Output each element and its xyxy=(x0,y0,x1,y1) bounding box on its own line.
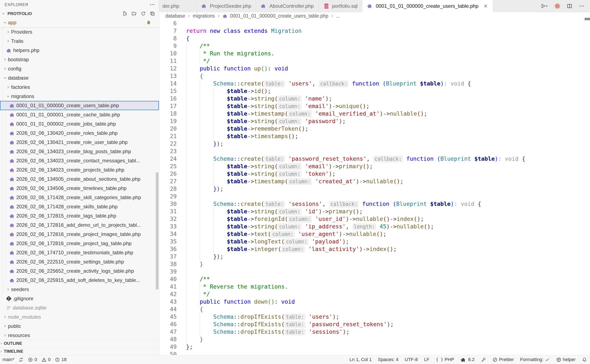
new-file-button[interactable] xyxy=(122,11,128,16)
breadcrumb-item[interactable]: 0001_01_01_000000_create_users_table.php xyxy=(223,13,328,19)
status-sync-button[interactable] xyxy=(18,357,24,362)
tab-projectseeder.php[interactable]: ProjectSeeder.php xyxy=(197,0,256,12)
sidebar-folder-app[interactable]: app xyxy=(0,18,159,27)
status-problems-warnings[interactable]: 0 xyxy=(41,357,51,362)
tab-der.php[interactable]: der.php xyxy=(159,0,197,12)
file-label: config xyxy=(8,66,21,72)
sidebar-scrollbar[interactable] xyxy=(156,172,158,289)
status-bar: main*0018 Ln 1, Col 1Spaces: 4UTF-8LF{ }… xyxy=(0,355,590,364)
sidebar-file-2026_02_06_171428_create_skill_categories_table.php[interactable]: 2026_02_06_171428_create_skill_categorie… xyxy=(0,193,159,202)
collapse-folders-button[interactable] xyxy=(150,11,155,16)
chevron-right-icon xyxy=(6,30,10,34)
status-language-mode[interactable]: { }PHP xyxy=(436,357,454,362)
code-editor[interactable]: 67return new class extends Migration8{9 … xyxy=(159,20,590,355)
sidebar-file-2026_02_06_172815_create_tags_table.php[interactable]: 2026_02_06_172815_create_tags_table.php xyxy=(0,211,159,221)
sidebar-folder-node_modules[interactable]: node_modules xyxy=(0,312,159,322)
laravel-extension-button[interactable] xyxy=(554,3,560,9)
status-cursor-position[interactable]: Ln 1, Col 1 xyxy=(350,357,372,362)
sidebar-file-0001_01_01_000000_create_users_table.php[interactable]: 0001_01_01_000000_create_users_table.php xyxy=(0,101,159,110)
tab-aboutcontroller.php[interactable]: AboutController.php xyxy=(256,0,318,12)
tab-0001_01_01_000000_create_users_table.php[interactable]: 0001_01_01_000000_create_users_table.php xyxy=(362,0,493,12)
sidebar-file-2026_02_06_134023_create_projects_table.php[interactable]: 2026_02_06_134023_create_projects_table.… xyxy=(0,165,159,175)
sidebar-file-2026_02_06_134505_create_about_sections_table.php[interactable]: 2026_02_06_134505_create_about_sections_… xyxy=(0,175,159,184)
sidebar-file-helpers.php[interactable]: helpers.php xyxy=(0,46,159,55)
sidebar-file-2026_02_06_222510_create_settings_table.php[interactable]: 2026_02_06_222510_create_settings_table.… xyxy=(0,257,159,266)
sidebar-file-database.sqlite[interactable]: database.sqlite xyxy=(0,303,159,312)
sidebar-file-2026_02_06_225915_add_soft_deletes_to_key_table...[interactable]: 2026_02_06_225915_add_soft_deletes_to_ke… xyxy=(0,276,159,285)
status-helper-extension[interactable]: helper xyxy=(556,357,576,362)
file-label: 2026_02_06_172816_create_project_tag_tab… xyxy=(16,240,131,246)
sidebar-folder-migrations[interactable]: migrations xyxy=(0,92,159,101)
new-folder-button[interactable] xyxy=(131,11,137,16)
sidebar-file-.gitignore[interactable]: .gitignore xyxy=(0,294,159,303)
sidebar-folder-resources[interactable]: resources xyxy=(0,331,159,340)
chevron-right-icon xyxy=(0,350,3,353)
refresh-explorer-button[interactable] xyxy=(140,11,146,16)
breadcrumb-item[interactable]: database xyxy=(165,13,185,19)
breadcrumb-separator-icon xyxy=(216,14,221,18)
sidebar-folder-providers[interactable]: Providers xyxy=(0,27,159,37)
sidebar-file-2026_02_06_130420_create_roles_table.php[interactable]: 2026_02_06_130420_create_roles_table.php xyxy=(0,129,159,138)
status-label: main* xyxy=(2,357,14,362)
breadcrumb-item[interactable]: ... xyxy=(336,13,340,19)
outline-section[interactable]: OUTLINE xyxy=(0,339,159,347)
sidebar-file-2026_02_06_134023_create_blog_posts_table.php[interactable]: 2026_02_06_134023_create_blog_posts_tabl… xyxy=(0,147,159,156)
code-line-32: 32 $table->foreignId(column: 'user_id')-… xyxy=(159,215,590,223)
file-label: 2026_02_06_222510_create_settings_table.… xyxy=(16,259,124,265)
status-prettier[interactable]: Prettier xyxy=(492,357,514,362)
status-problems-errors[interactable]: 0 xyxy=(28,357,37,362)
sidebar-file-2026_02_06_172816_create_project_images_table.php[interactable]: 2026_02_06_172816_create_project_images_… xyxy=(0,230,159,239)
php-file-icon xyxy=(9,167,15,172)
status-php-version[interactable]: 8.2 xyxy=(460,357,475,362)
sidebar-file-2026_02_06_174710_create_testimonials_table.php[interactable]: 2026_02_06_174710_create_testimonials_ta… xyxy=(0,248,159,257)
status-label: Spaces: 4 xyxy=(378,357,399,362)
php-file-icon xyxy=(9,222,15,228)
status-indentation[interactable]: Spaces: 4 xyxy=(378,357,399,362)
sidebar-file-2026_02_06_172816_create_project_tag_table.php[interactable]: 2026_02_06_172816_create_project_tag_tab… xyxy=(0,239,159,248)
status-notifications-bell[interactable] xyxy=(582,357,587,362)
php-file-icon xyxy=(9,259,15,264)
line-number: 22 xyxy=(159,140,177,148)
editor-more-actions-button[interactable] xyxy=(579,3,584,9)
file-label: 2026_02_06_171428_create_skill_categorie… xyxy=(16,195,141,200)
run-or-debug-button[interactable] xyxy=(540,3,548,9)
timeline-section[interactable]: TIMELINE xyxy=(0,347,159,355)
sidebar-folder-factories[interactable]: factories xyxy=(0,83,159,92)
project-section-header[interactable]: PROTFOLIO xyxy=(0,9,159,18)
sidebar-file-2026_02_06_225652_create_activity_logs_table.php[interactable]: 2026_02_06_225652_create_activity_logs_t… xyxy=(0,266,159,276)
sidebar-file-2026_02_06_171428_create_skills_table.php[interactable]: 2026_02_06_171428_create_skills_table.ph… xyxy=(0,202,159,211)
status-eol-sequence[interactable]: LF xyxy=(424,357,429,362)
views-more-actions-icon[interactable] xyxy=(149,2,155,7)
sidebar-folder-bootstrap[interactable]: bootstrap xyxy=(0,55,159,64)
status-intelephense-key[interactable] xyxy=(481,357,486,362)
sidebar-folder-seeders[interactable]: seeders xyxy=(0,285,159,294)
sidebar-folder-database[interactable]: database xyxy=(0,73,159,83)
sidebar-file-2026_02_06_172816_add_demo_url_to_projects_tabl...[interactable]: 2026_02_06_172816_add_demo_url_to_projec… xyxy=(0,221,159,230)
status-encoding[interactable]: UTF-8 xyxy=(405,357,418,362)
sidebar-file-2026_02_06_130421_create_role_user_table.php[interactable]: 2026_02_06_130421_create_role_user_table… xyxy=(0,138,159,147)
sidebar-file-2026_02_06_134023_create_contact_messages_tabl...[interactable]: 2026_02_06_134023_create_contact_message… xyxy=(0,156,159,165)
sidebar-folder-public[interactable]: public xyxy=(0,322,159,331)
php-file-icon xyxy=(9,250,15,255)
breadcrumb-separator-icon xyxy=(330,14,334,18)
sidebar-file-2026_02_06_134506_create_timelines_table.php[interactable]: 2026_02_06_134506_create_timelines_table… xyxy=(0,184,159,193)
sidebar-file-0001_01_01_000002_create_jobs_table.php[interactable]: 0001_01_01_000002_create_jobs_table.php xyxy=(0,119,159,129)
editor-scrollbar-track xyxy=(584,20,585,355)
sidebar-folder-config[interactable]: config xyxy=(0,64,159,73)
file-label: resources xyxy=(8,332,30,338)
file-label: migrations xyxy=(11,93,34,99)
file-label: 0001_01_01_000001_create_cache_table.php xyxy=(16,112,120,118)
status-label: 18 xyxy=(61,357,66,362)
bell-icon xyxy=(582,357,587,362)
sidebar-folder-traits[interactable]: Traits xyxy=(0,37,159,46)
key-icon xyxy=(481,357,486,362)
breadcrumb-item[interactable]: migrations xyxy=(193,13,215,19)
split-editor-button[interactable] xyxy=(567,3,572,9)
editor-scrollbar-thumb[interactable] xyxy=(584,18,590,20)
status-problems-info[interactable]: 18 xyxy=(55,357,66,362)
status-formatting[interactable]: Formatting: xyxy=(520,357,550,362)
status-branch-indicator[interactable]: main* xyxy=(2,357,14,362)
sidebar-file-0001_01_01_000001_create_cache_table.php[interactable]: 0001_01_01_000001_create_cache_table.php xyxy=(0,110,159,119)
close-icon[interactable] xyxy=(483,3,488,9)
tab-portfolio.sql[interactable]: portfolio.sql xyxy=(319,0,362,12)
